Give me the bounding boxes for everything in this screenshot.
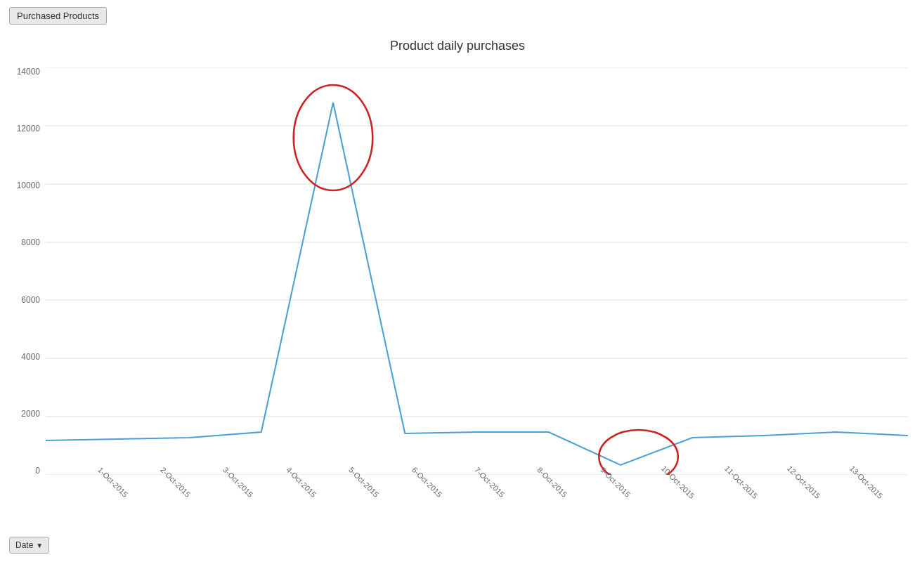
x-label-7: 7-Oct-2015 <box>461 479 524 524</box>
y-label-6000: 6000 <box>21 296 40 304</box>
x-label-8: 8-Oct-2015 <box>524 479 587 524</box>
top-bar: Purchased Products <box>0 0 922 32</box>
x-label-2: 2-Oct-2015 <box>147 479 209 524</box>
x-label-4: 4-Oct-2015 <box>273 479 335 524</box>
date-dropdown-button[interactable]: Date ▼ <box>9 537 49 554</box>
x-label-3: 3-Oct-2015 <box>210 479 273 524</box>
purchased-products-button[interactable]: Purchased Products <box>9 7 107 25</box>
y-label-12000: 12000 <box>17 124 40 133</box>
data-line <box>46 103 908 465</box>
chart-area: 14000 12000 10000 8000 6000 4000 2000 0 <box>7 67 908 475</box>
dropdown-arrow-icon: ▼ <box>36 542 43 549</box>
y-label-2000: 2000 <box>21 410 40 418</box>
x-label-5: 5-Oct-2015 <box>336 479 398 524</box>
x-label-10: 10-Oct-2015 <box>650 479 713 524</box>
y-axis: 14000 12000 10000 8000 6000 4000 2000 0 <box>7 67 46 475</box>
y-label-0: 0 <box>35 466 40 475</box>
chart-body <box>46 67 908 475</box>
x-label-6: 6-Oct-2015 <box>398 479 461 524</box>
y-label-10000: 10000 <box>17 181 40 190</box>
y-label-8000: 8000 <box>21 238 40 247</box>
line-chart-svg <box>46 67 908 475</box>
chart-container: Product daily purchases 14000 12000 1000… <box>0 32 922 531</box>
x-label-13: 13-Oct-2015 <box>838 479 901 524</box>
x-label-1: 1-Oct-2015 <box>84 479 147 524</box>
x-label-11: 11-Oct-2015 <box>713 479 775 524</box>
chart-title: Product daily purchases <box>7 39 908 53</box>
x-axis: 1-Oct-2015 2-Oct-2015 3-Oct-2015 4-Oct-2… <box>46 475 908 524</box>
bottom-bar: Date ▼ <box>0 531 922 559</box>
y-label-14000: 14000 <box>17 67 40 76</box>
peak-annotation-circle <box>294 85 372 190</box>
x-label-12: 12-Oct-2015 <box>775 479 838 524</box>
y-label-4000: 4000 <box>21 353 40 361</box>
date-label: Date <box>15 540 33 550</box>
x-label-9: 9-Oct-2015 <box>587 479 649 524</box>
